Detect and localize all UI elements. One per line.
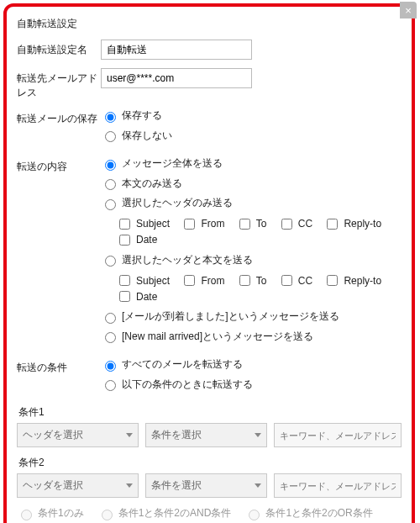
radio-body[interactable]: 本文のみ送る [101, 177, 182, 191]
chk-to-1[interactable]: To [236, 216, 267, 232]
content-label: 転送の内容 [17, 156, 101, 174]
cond-label: 転送の条件 [17, 357, 101, 375]
cond2-keyword-input[interactable] [274, 473, 402, 498]
to-input[interactable] [101, 68, 252, 88]
cond1-header-select[interactable]: ヘッダを選択 [17, 423, 139, 447]
header-checks-2: Subject From To CC Reply-to Date [101, 272, 402, 304]
chk-replyto-2[interactable]: Reply-to [323, 272, 381, 288]
radio-logic-and[interactable]: 条件1と条件2のAND条件 [97, 506, 232, 520]
radio-logic-only1[interactable]: 条件1のみ [17, 506, 84, 520]
cond2-header-select[interactable]: ヘッダを選択 [17, 473, 139, 498]
autoforward-settings-dialog: × 自動転送設定 自動転送設定名 転送先メールアドレス 転送メールの保存 保存す… [3, 3, 415, 523]
chk-date-1[interactable]: Date [116, 232, 157, 248]
chk-cc-1[interactable]: CC [278, 216, 312, 232]
dialog-title: 自動転送設定 [17, 17, 402, 31]
radio-logic-or[interactable]: 条件1と条件2のOR条件 [244, 506, 372, 520]
radio-jpmsg[interactable]: [メールが到着しました]というメッセージを送る [101, 309, 339, 324]
chk-subject-2[interactable]: Subject [116, 272, 170, 288]
chk-from-2[interactable]: From [181, 272, 224, 288]
cond1-cond-select[interactable]: 条件を選択 [145, 423, 267, 447]
cond1-keyword-input[interactable] [274, 423, 402, 447]
to-label: 転送先メールアドレス [17, 68, 101, 100]
chk-date-2[interactable]: Date [116, 288, 157, 304]
name-label: 自動転送設定名 [17, 40, 101, 57]
radio-cond-all[interactable]: すべてのメールを転送する [101, 357, 243, 372]
close-icon[interactable]: × [400, 2, 417, 18]
radio-sel-header-body[interactable]: 選択したヘッダと本文を送る [101, 253, 253, 267]
radio-save[interactable]: 保存する [101, 108, 162, 123]
radio-enmsg[interactable]: [New mail arrived]というメッセージを送る [101, 330, 313, 344]
radio-cond-when[interactable]: 以下の条件のときに転送する [101, 378, 253, 392]
name-input[interactable] [101, 40, 252, 60]
radio-nosave[interactable]: 保存しない [101, 129, 172, 143]
cond2-title: 条件2 [18, 456, 402, 470]
chk-cc-2[interactable]: CC [278, 272, 312, 288]
chk-to-2[interactable]: To [236, 272, 267, 288]
chk-replyto-1[interactable]: Reply-to [323, 216, 381, 232]
cond2-cond-select[interactable]: 条件を選択 [145, 473, 267, 498]
chevron-down-icon [255, 483, 261, 488]
radio-whole[interactable]: メッセージ全体を送る [101, 156, 223, 171]
header-checks-1: Subject From To CC Reply-to Date [101, 216, 402, 248]
chevron-down-icon [126, 433, 133, 437]
radio-sel-header[interactable]: 選択したヘッダのみ送る [101, 196, 233, 210]
cond1-title: 条件1 [18, 405, 402, 420]
chevron-down-icon [255, 433, 261, 437]
save-label: 転送メールの保存 [17, 108, 101, 126]
chk-subject-1[interactable]: Subject [116, 216, 170, 232]
chevron-down-icon [126, 483, 133, 488]
chk-from-1[interactable]: From [181, 216, 224, 232]
